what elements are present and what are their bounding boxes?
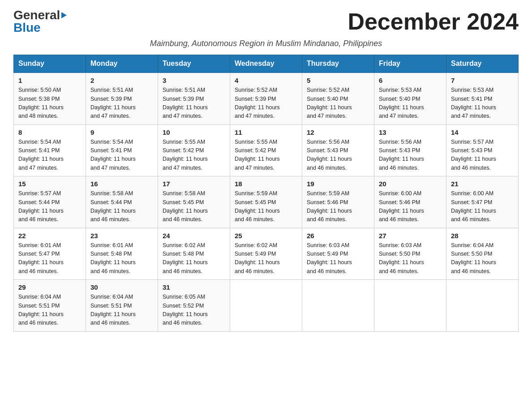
day-number: 15 xyxy=(18,180,81,188)
day-info: Sunrise: 5:54 AMSunset: 5:41 PMDaylight:… xyxy=(90,139,136,171)
day-number: 5 xyxy=(307,77,369,84)
table-row xyxy=(446,280,519,332)
day-info: Sunrise: 5:54 AMSunset: 5:41 PMDaylight:… xyxy=(18,139,64,171)
day-info: Sunrise: 6:02 AMSunset: 5:48 PMDaylight:… xyxy=(163,242,208,274)
day-info: Sunrise: 5:52 AMSunset: 5:40 PMDaylight:… xyxy=(307,87,352,119)
day-number: 3 xyxy=(163,77,225,84)
day-number: 1 xyxy=(18,77,81,84)
subtitle: Maimbung, Autonomous Region in Muslim Mi… xyxy=(13,39,519,48)
col-friday: Friday xyxy=(374,55,446,73)
day-info: Sunrise: 5:58 AMSunset: 5:45 PMDaylight:… xyxy=(163,190,208,223)
table-row: 2 Sunrise: 5:51 AMSunset: 5:39 PMDayligh… xyxy=(86,73,158,124)
day-number: 14 xyxy=(451,128,514,136)
day-number: 27 xyxy=(379,232,442,240)
table-row: 16 Sunrise: 5:58 AMSunset: 5:44 PMDaylig… xyxy=(86,176,158,228)
day-info: Sunrise: 6:00 AMSunset: 5:47 PMDaylight:… xyxy=(451,190,496,223)
day-number: 10 xyxy=(163,128,225,136)
table-row: 10 Sunrise: 5:55 AMSunset: 5:42 PMDaylig… xyxy=(158,124,230,176)
day-info: Sunrise: 6:01 AMSunset: 5:47 PMDaylight:… xyxy=(18,242,64,274)
day-info: Sunrise: 6:03 AMSunset: 5:50 PMDaylight:… xyxy=(379,242,424,274)
table-row: 24 Sunrise: 6:02 AMSunset: 5:48 PMDaylig… xyxy=(158,228,230,280)
table-row: 6 Sunrise: 5:53 AMSunset: 5:40 PMDayligh… xyxy=(374,73,446,124)
table-row: 12 Sunrise: 5:56 AMSunset: 5:43 PMDaylig… xyxy=(302,124,374,176)
header: General Blue December 2024 xyxy=(13,9,519,34)
day-info: Sunrise: 6:04 AMSunset: 5:51 PMDaylight:… xyxy=(90,294,136,326)
table-row: 30 Sunrise: 6:04 AMSunset: 5:51 PMDaylig… xyxy=(86,280,158,332)
day-info: Sunrise: 5:59 AMSunset: 5:45 PMDaylight:… xyxy=(235,190,280,223)
table-row: 14 Sunrise: 5:57 AMSunset: 5:43 PMDaylig… xyxy=(446,124,519,176)
day-info: Sunrise: 5:59 AMSunset: 5:46 PMDaylight:… xyxy=(307,190,352,223)
day-number: 30 xyxy=(90,283,153,291)
day-info: Sunrise: 5:53 AMSunset: 5:41 PMDaylight:… xyxy=(451,87,496,119)
day-info: Sunrise: 6:01 AMSunset: 5:48 PMDaylight:… xyxy=(90,242,136,274)
day-info: Sunrise: 6:05 AMSunset: 5:52 PMDaylight:… xyxy=(163,294,208,326)
day-info: Sunrise: 5:56 AMSunset: 5:43 PMDaylight:… xyxy=(307,139,352,171)
day-number: 22 xyxy=(18,232,81,240)
logo-general: General xyxy=(13,9,60,21)
table-row xyxy=(230,280,302,332)
table-row: 25 Sunrise: 6:02 AMSunset: 5:49 PMDaylig… xyxy=(230,228,302,280)
day-number: 23 xyxy=(90,232,153,240)
day-number: 25 xyxy=(235,232,297,240)
table-row: 26 Sunrise: 6:03 AMSunset: 5:49 PMDaylig… xyxy=(302,228,374,280)
col-saturday: Saturday xyxy=(446,55,519,73)
calendar-table: Sunday Monday Tuesday Wednesday Thursday… xyxy=(13,55,519,332)
table-row: 17 Sunrise: 5:58 AMSunset: 5:45 PMDaylig… xyxy=(158,176,230,228)
table-row: 18 Sunrise: 5:59 AMSunset: 5:45 PMDaylig… xyxy=(230,176,302,228)
day-number: 31 xyxy=(163,283,225,291)
day-number: 17 xyxy=(163,180,225,188)
day-number: 11 xyxy=(235,128,297,136)
table-row: 31 Sunrise: 6:05 AMSunset: 5:52 PMDaylig… xyxy=(158,280,230,332)
col-thursday: Thursday xyxy=(302,55,374,73)
day-info: Sunrise: 5:52 AMSunset: 5:39 PMDaylight:… xyxy=(235,87,280,119)
day-info: Sunrise: 6:04 AMSunset: 5:51 PMDaylight:… xyxy=(18,294,64,326)
logo-blue: Blue xyxy=(13,21,41,34)
day-info: Sunrise: 5:53 AMSunset: 5:40 PMDaylight:… xyxy=(379,87,424,119)
day-info: Sunrise: 6:00 AMSunset: 5:46 PMDaylight:… xyxy=(379,190,424,223)
day-info: Sunrise: 5:55 AMSunset: 5:42 PMDaylight:… xyxy=(163,139,208,171)
day-number: 16 xyxy=(90,180,153,188)
table-row: 21 Sunrise: 6:00 AMSunset: 5:47 PMDaylig… xyxy=(446,176,519,228)
day-info: Sunrise: 6:04 AMSunset: 5:50 PMDaylight:… xyxy=(451,242,496,274)
day-number: 26 xyxy=(307,232,369,240)
day-number: 28 xyxy=(451,232,514,240)
table-row: 13 Sunrise: 5:56 AMSunset: 5:43 PMDaylig… xyxy=(374,124,446,176)
day-number: 8 xyxy=(18,128,81,136)
table-row: 11 Sunrise: 5:55 AMSunset: 5:42 PMDaylig… xyxy=(230,124,302,176)
day-number: 2 xyxy=(90,77,153,84)
day-number: 19 xyxy=(307,180,369,188)
col-sunday: Sunday xyxy=(14,55,86,73)
day-number: 13 xyxy=(379,128,442,136)
day-info: Sunrise: 5:51 AMSunset: 5:39 PMDaylight:… xyxy=(163,87,208,119)
table-row: 20 Sunrise: 6:00 AMSunset: 5:46 PMDaylig… xyxy=(374,176,446,228)
col-tuesday: Tuesday xyxy=(158,55,230,73)
day-info: Sunrise: 5:57 AMSunset: 5:44 PMDaylight:… xyxy=(18,190,64,223)
table-row: 23 Sunrise: 6:01 AMSunset: 5:48 PMDaylig… xyxy=(86,228,158,280)
table-row: 19 Sunrise: 5:59 AMSunset: 5:46 PMDaylig… xyxy=(302,176,374,228)
table-row: 1 Sunrise: 5:50 AMSunset: 5:38 PMDayligh… xyxy=(14,73,86,124)
table-row: 8 Sunrise: 5:54 AMSunset: 5:41 PMDayligh… xyxy=(14,124,86,176)
month-title: December 2024 xyxy=(348,9,519,34)
calendar-header-row: Sunday Monday Tuesday Wednesday Thursday… xyxy=(14,55,519,73)
day-number: 20 xyxy=(379,180,442,188)
table-row: 3 Sunrise: 5:51 AMSunset: 5:39 PMDayligh… xyxy=(158,73,230,124)
table-row: 27 Sunrise: 6:03 AMSunset: 5:50 PMDaylig… xyxy=(374,228,446,280)
day-info: Sunrise: 6:03 AMSunset: 5:49 PMDaylight:… xyxy=(307,242,352,274)
logo-arrow-icon xyxy=(61,12,67,18)
day-number: 7 xyxy=(451,77,514,84)
day-number: 12 xyxy=(307,128,369,136)
day-info: Sunrise: 5:55 AMSunset: 5:42 PMDaylight:… xyxy=(235,139,280,171)
day-number: 29 xyxy=(18,283,81,291)
day-number: 24 xyxy=(163,232,225,240)
table-row: 9 Sunrise: 5:54 AMSunset: 5:41 PMDayligh… xyxy=(86,124,158,176)
logo: General Blue xyxy=(13,9,67,34)
table-row: 22 Sunrise: 6:01 AMSunset: 5:47 PMDaylig… xyxy=(14,228,86,280)
day-number: 6 xyxy=(379,77,442,84)
table-row: 29 Sunrise: 6:04 AMSunset: 5:51 PMDaylig… xyxy=(14,280,86,332)
day-info: Sunrise: 6:02 AMSunset: 5:49 PMDaylight:… xyxy=(235,242,280,274)
day-info: Sunrise: 5:50 AMSunset: 5:38 PMDaylight:… xyxy=(18,87,64,119)
table-row xyxy=(302,280,374,332)
day-info: Sunrise: 5:58 AMSunset: 5:44 PMDaylight:… xyxy=(90,190,136,223)
col-monday: Monday xyxy=(86,55,158,73)
day-number: 9 xyxy=(90,128,153,136)
